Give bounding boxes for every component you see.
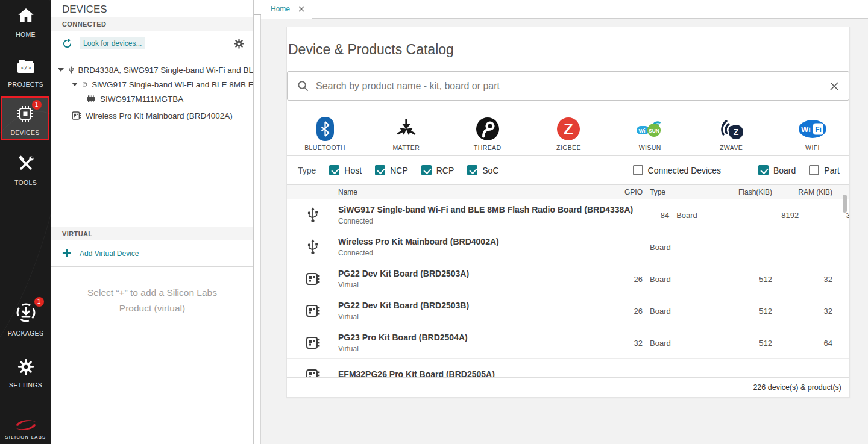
protocol-wisun[interactable]: Wi SUN WISUN bbox=[623, 115, 677, 155]
column-header-name[interactable]: Name bbox=[338, 188, 606, 196]
device-flash: 8192 bbox=[729, 211, 799, 220]
table-row[interactable]: PG22 Dev Kit Board (BRD2503B) Virtual 26… bbox=[287, 295, 849, 327]
nav-item-devices[interactable]: 1 DEVICES bbox=[1, 96, 49, 140]
add-virtual-device-row[interactable]: Add Virtual Device bbox=[51, 240, 253, 267]
nav-label-devices: DEVICES bbox=[2, 129, 48, 136]
device-gpio: 32 bbox=[606, 339, 643, 348]
table-row[interactable]: Wireless Pro Kit Mainboard (BRD4002A) Co… bbox=[287, 231, 849, 263]
device-flash: 512 bbox=[703, 275, 772, 284]
panel-settings-gear-icon[interactable] bbox=[233, 38, 245, 49]
device-ram: 64 bbox=[772, 339, 832, 348]
checkbox-host[interactable]: Host bbox=[329, 165, 362, 175]
checkbox-ncp[interactable]: NCP bbox=[375, 165, 408, 175]
checkbox-soc-box[interactable] bbox=[467, 165, 477, 175]
svg-text:SUN: SUN bbox=[649, 128, 659, 134]
checkbox-soc-label: SoC bbox=[482, 166, 498, 175]
nav-item-settings[interactable]: SETTINGS bbox=[0, 358, 51, 389]
nav-item-tools[interactable]: TOOLS bbox=[0, 154, 51, 186]
expand-caret-icon[interactable] bbox=[58, 68, 64, 72]
search-icon bbox=[297, 80, 309, 92]
device-ram: 320 bbox=[799, 211, 849, 220]
tab-home[interactable]: Home bbox=[261, 0, 312, 19]
svg-text:Fi: Fi bbox=[815, 125, 822, 134]
protocol-zwave[interactable]: Z ZWAVE bbox=[704, 115, 758, 155]
tab-bar: Home bbox=[261, 0, 868, 19]
tree-item-kit[interactable]: BRD4338A, SiWG917 Single-band Wi-Fi and … bbox=[51, 63, 253, 77]
column-header-flash[interactable]: Flash(KiB) bbox=[703, 188, 772, 196]
search-input[interactable] bbox=[316, 81, 829, 92]
application-window: HOME </> PROJECTS bbox=[0, 0, 868, 444]
devices-chip-icon: 1 bbox=[16, 104, 35, 124]
column-header-type[interactable]: Type bbox=[643, 188, 703, 196]
search-clear-icon[interactable] bbox=[829, 81, 839, 91]
tree-item-board[interactable]: SiWG917 Single-band Wi-Fi and BLE 8MB F bbox=[51, 77, 253, 92]
virtual-section-header: VIRTUAL bbox=[51, 227, 253, 240]
checkbox-soc[interactable]: SoC bbox=[467, 165, 498, 175]
device-status: Connected bbox=[338, 217, 633, 225]
table-row[interactable]: PG23 Pro Kit Board (BRD2504A) Virtual 32… bbox=[287, 327, 849, 359]
checkbox-connected-devices[interactable]: Connected Devices bbox=[633, 165, 721, 175]
plus-icon bbox=[62, 249, 71, 258]
table-row[interactable]: EFM32PG26 Pro Kit Board (BRD2505A) bbox=[287, 359, 849, 378]
protocol-matter[interactable]: MATTER bbox=[379, 115, 433, 155]
device-table-body: SiWG917 Single-band Wi-Fi and BLE 8MB Fl… bbox=[287, 199, 849, 378]
tree-item-part[interactable]: SIWG917M111MGTBA bbox=[51, 92, 253, 106]
device-type: Board bbox=[643, 339, 703, 348]
home-tab-content: Device & Products Catalog bbox=[261, 19, 868, 444]
nav-label-settings: SETTINGS bbox=[0, 381, 51, 389]
refresh-icon[interactable] bbox=[62, 39, 72, 49]
checkbox-ncp-box[interactable] bbox=[375, 165, 385, 175]
device-flash: 512 bbox=[703, 339, 772, 348]
editor-area: Home Device & Products Catalog bbox=[261, 0, 868, 444]
checkbox-rcp[interactable]: RCP bbox=[421, 165, 454, 175]
zwave-icon: Z bbox=[704, 115, 758, 143]
tab-close-icon[interactable] bbox=[298, 6, 304, 12]
table-scrollbar-thumb[interactable] bbox=[843, 195, 847, 213]
nav-label-packages: PACKAGES bbox=[0, 330, 51, 337]
thread-icon bbox=[461, 115, 515, 143]
checkbox-host-box[interactable] bbox=[329, 165, 339, 175]
checkbox-connected-devices-box[interactable] bbox=[633, 165, 643, 175]
look-for-devices-link[interactable]: Look for devices... bbox=[80, 37, 145, 49]
nav-item-projects[interactable]: </> PROJECTS bbox=[0, 57, 51, 88]
checkbox-board-box[interactable] bbox=[758, 165, 769, 175]
zigbee-icon: Z bbox=[541, 115, 596, 143]
panel-resize-gutter[interactable] bbox=[254, 0, 261, 444]
usb-device-icon bbox=[287, 239, 338, 255]
type-filter-row: Type Host NCP RCP bbox=[287, 156, 849, 185]
protocol-thread[interactable]: THREAD bbox=[461, 115, 515, 155]
device-type: Board bbox=[643, 275, 703, 284]
tree-item-label: SiWG917 Single-band Wi-Fi and BLE 8MB F bbox=[92, 80, 253, 89]
expand-caret-icon[interactable] bbox=[72, 83, 78, 86]
checkbox-board-label: Board bbox=[773, 166, 796, 175]
tree-item-mainboard[interactable]: Wireless Pro Kit Mainboard (BRD4002A) bbox=[51, 108, 253, 123]
nav-label-projects: PROJECTS bbox=[0, 81, 51, 88]
checkbox-rcp-label: RCP bbox=[436, 166, 454, 175]
packages-count-badge: 1 bbox=[34, 297, 44, 307]
checkbox-part[interactable]: Part bbox=[809, 165, 840, 175]
svg-text:Z: Z bbox=[734, 127, 739, 137]
nav-item-home[interactable]: HOME bbox=[0, 6, 51, 38]
checkbox-rcp-box[interactable] bbox=[421, 165, 432, 175]
protocol-zigbee[interactable]: Z ZIGBEE bbox=[541, 115, 596, 155]
protocol-wifi[interactable]: Wi Fi WIFI bbox=[785, 115, 840, 155]
protocol-bluetooth[interactable]: BLUETOOTH bbox=[298, 115, 352, 155]
device-name: PG22 Dev Kit Board (BRD2503A) bbox=[338, 269, 606, 278]
device-gpio: 84 bbox=[633, 211, 669, 220]
table-row[interactable]: PG22 Dev Kit Board (BRD2503A) Virtual 26… bbox=[287, 263, 849, 295]
device-type: Board bbox=[643, 243, 703, 252]
checkbox-part-box[interactable] bbox=[809, 165, 819, 175]
devices-panel: DEVICES CONNECTED Look for devices... bbox=[51, 0, 254, 444]
nav-item-packages[interactable]: 1 PACKAGES bbox=[0, 301, 51, 337]
column-header-ram[interactable]: RAM (KiB) bbox=[772, 188, 832, 196]
catalog-title: Device & Products Catalog bbox=[288, 42, 848, 58]
panel-collapse-notch[interactable] bbox=[254, 0, 261, 15]
home-icon bbox=[16, 6, 36, 25]
protocol-label: ZIGBEE bbox=[541, 144, 596, 151]
checkbox-board[interactable]: Board bbox=[758, 165, 796, 175]
table-row[interactable]: SiWG917 Single-band Wi-Fi and BLE 8MB Fl… bbox=[287, 199, 849, 231]
column-header-gpio[interactable]: GPIO bbox=[606, 188, 643, 196]
device-status: Virtual bbox=[338, 345, 606, 353]
wisun-icon: Wi SUN bbox=[623, 115, 677, 143]
protocol-label: BLUETOOTH bbox=[298, 144, 352, 151]
